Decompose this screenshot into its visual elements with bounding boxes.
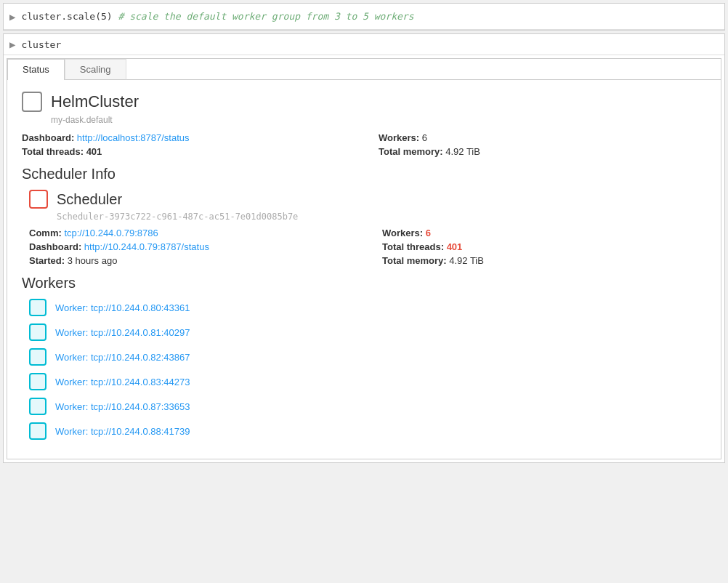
run-icon[interactable]: ▶ [9, 11, 15, 23]
scheduler-started-value: 3 hours ago [68, 255, 118, 266]
tab-bar: Status Scaling [7, 59, 721, 80]
scheduler-comm-row: Comm: tcp://10.244.0.79:8786 [29, 228, 353, 238]
worker-icon-2 [29, 348, 46, 366]
scheduler-total-memory-value: 4.92 TiB [449, 255, 484, 266]
scheduler-icon [29, 190, 48, 209]
worker-item-3: Worker: tcp://10.244.0.83:44273 [29, 373, 706, 390]
worker-icon-0 [29, 299, 46, 316]
tab-status[interactable]: Status [7, 59, 65, 80]
workers-section-title: Workers [22, 275, 706, 292]
scheduler-total-memory-row: Total memory: 4.92 TiB [382, 255, 706, 266]
dashboard-label: Dashboard: [22, 132, 74, 143]
scheduler-comm-link[interactable]: tcp://10.244.0.79:8786 [64, 228, 158, 238]
code-comment: # scale the default worker group from 3 … [118, 11, 414, 22]
cell-1: ▶ cluster.scale(5) # scale the default w… [3, 3, 725, 31]
dashboard-row: Dashboard: http://localhost:8787/status [22, 132, 349, 143]
scheduler-title: Scheduler [57, 191, 122, 208]
worker-item-2: Worker: tcp://10.244.0.82:43867 [29, 348, 706, 366]
worker-icon-4 [29, 398, 46, 415]
scheduler-workers-row: Workers: 6 [382, 228, 706, 238]
scheduler-id: Scheduler-3973c722-c961-487c-ac51-7e01d0… [57, 212, 706, 222]
total-memory-value: 4.92 TiB [445, 146, 480, 157]
cluster-title: HelmCluster [51, 92, 139, 111]
code-text: cluster.scale(5) [21, 11, 112, 22]
worker-icon-1 [29, 323, 46, 341]
worker-item-0: Worker: tcp://10.244.0.80:43361 [29, 299, 706, 316]
worker-item-4: Worker: tcp://10.244.0.87:33653 [29, 398, 706, 415]
worker-label-3: Worker: tcp://10.244.0.83:44273 [55, 377, 190, 387]
scheduler-dashboard-label: Dashboard: [29, 241, 81, 252]
worker-icon-5 [29, 422, 46, 440]
worker-label-1: Worker: tcp://10.244.0.81:40297 [55, 327, 190, 338]
workers-row: Workers: 6 [379, 132, 706, 143]
worker-label-0: Worker: tcp://10.244.0.80:43361 [55, 302, 190, 313]
worker-label-2: Worker: tcp://10.244.0.82:43867 [55, 352, 190, 363]
scheduler-section: Scheduler Scheduler-3973c722-c961-487c-a… [29, 190, 706, 266]
tab-content-status: HelmCluster my-dask.default Dashboard: h… [7, 80, 721, 459]
worker-item-1: Worker: tcp://10.244.0.81:40297 [29, 323, 706, 341]
scheduler-comm-label: Comm: [29, 228, 62, 238]
cluster-icon [22, 92, 42, 112]
scheduler-dashboard-row: Dashboard: http://10.244.0.79:8787/statu… [29, 241, 353, 252]
scheduler-total-threads-row: Total threads: 401 [382, 241, 706, 252]
total-threads-row: Total threads: 401 [22, 146, 349, 157]
total-threads-label: Total threads: [22, 146, 84, 157]
scheduler-workers-label: Workers: [382, 228, 423, 238]
workers-value: 6 [422, 132, 427, 143]
scheduler-header: Scheduler [29, 190, 706, 209]
scheduler-workers-value: 6 [426, 228, 431, 238]
output-text: cluster [21, 39, 61, 50]
worker-label-5: Worker: tcp://10.244.0.88:41739 [55, 426, 190, 437]
total-memory-label: Total memory: [379, 146, 443, 157]
scheduler-total-memory-label: Total memory: [382, 255, 447, 266]
scheduler-info-title: Scheduler Info [22, 166, 706, 182]
cluster-info-grid: Dashboard: http://localhost:8787/status … [22, 132, 706, 157]
scheduler-started-label: Started: [29, 255, 65, 266]
worker-list: Worker: tcp://10.244.0.80:43361 Worker: … [29, 299, 706, 440]
run-icon-2[interactable]: ▶ [9, 39, 15, 50]
scheduler-info-grid: Comm: tcp://10.244.0.79:8786 Workers: 6 … [29, 228, 706, 266]
dashboard-link[interactable]: http://localhost:8787/status [77, 132, 190, 143]
tab-panel: Status Scaling HelmCluster my-dask.defau… [7, 58, 721, 459]
total-threads-value: 401 [86, 146, 102, 157]
worker-label-4: Worker: tcp://10.244.0.87:33653 [55, 401, 190, 412]
total-memory-row: Total memory: 4.92 TiB [379, 146, 706, 157]
tab-scaling[interactable]: Scaling [65, 59, 126, 80]
worker-item-5: Worker: tcp://10.244.0.88:41739 [29, 422, 706, 440]
scheduler-total-threads-value: 401 [447, 241, 463, 252]
cluster-header: HelmCluster [22, 92, 706, 112]
scheduler-dashboard-link[interactable]: http://10.244.0.79:8787/status [84, 241, 209, 252]
cell-1-input[interactable]: ▶ cluster.scale(5) # scale the default w… [4, 4, 724, 30]
workers-label: Workers: [379, 132, 419, 143]
cell-1-code: cluster.scale(5) # scale the default wor… [21, 11, 413, 22]
cell-2: ▶ cluster Status Scaling HelmCluster my-… [3, 33, 725, 463]
worker-icon-3 [29, 373, 46, 390]
scheduler-total-threads-label: Total threads: [382, 241, 444, 252]
scheduler-started-row: Started: 3 hours ago [29, 255, 353, 266]
cell-2-output: ▶ cluster [4, 34, 724, 55]
cluster-subtitle: my-dask.default [51, 115, 706, 125]
